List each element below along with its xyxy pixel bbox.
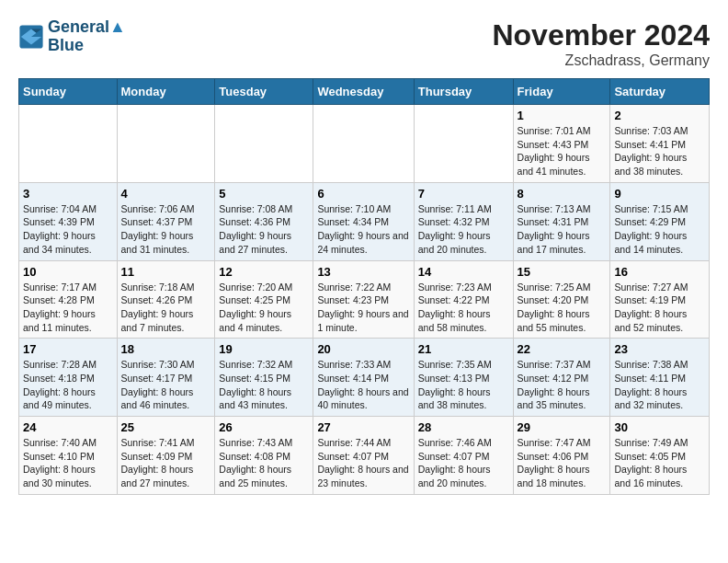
day-info: Sunrise: 7:41 AMSunset: 4:09 PMDaylight:… — [121, 436, 211, 490]
day-info: Sunrise: 7:06 AMSunset: 4:37 PMDaylight:… — [121, 202, 211, 257]
day-number: 6 — [317, 187, 409, 201]
day-info: Sunrise: 7:33 AMSunset: 4:14 PMDaylight:… — [317, 358, 409, 412]
day-info: Sunrise: 7:01 AMSunset: 4:43 PMDaylight:… — [518, 124, 607, 178]
day-number: 26 — [219, 420, 309, 434]
day-number: 30 — [614, 420, 705, 434]
calendar-header-row: SundayMondayTuesdayWednesdayThursdayFrid… — [19, 79, 710, 105]
logo-icon — [18, 24, 44, 50]
day-info: Sunrise: 7:28 AMSunset: 4:18 PMDaylight:… — [23, 358, 113, 412]
day-info: Sunrise: 7:08 AMSunset: 4:36 PMDaylight:… — [219, 202, 309, 257]
day-info: Sunrise: 7:38 AMSunset: 4:11 PMDaylight:… — [614, 358, 705, 412]
day-info: Sunrise: 7:22 AMSunset: 4:23 PMDaylight:… — [317, 281, 409, 335]
day-info: Sunrise: 7:46 AMSunset: 4:07 PMDaylight:… — [418, 436, 509, 490]
calendar-cell: 7Sunrise: 7:11 AMSunset: 4:32 PMDaylight… — [414, 182, 513, 260]
day-number: 29 — [518, 420, 607, 434]
day-number: 22 — [518, 342, 607, 356]
page-header: General▲ Blue November 2024 Zschadrass, … — [18, 18, 710, 69]
calendar-cell: 1Sunrise: 7:01 AMSunset: 4:43 PMDaylight… — [513, 105, 610, 183]
header-tuesday: Tuesday — [215, 79, 313, 105]
calendar-cell: 27Sunrise: 7:44 AMSunset: 4:07 PMDayligh… — [313, 417, 414, 495]
day-number: 21 — [418, 342, 509, 356]
day-info: Sunrise: 7:37 AMSunset: 4:12 PMDaylight:… — [518, 358, 607, 412]
day-number: 14 — [418, 265, 509, 279]
day-number: 24 — [23, 420, 113, 434]
calendar-cell: 3Sunrise: 7:04 AMSunset: 4:39 PMDaylight… — [19, 182, 118, 260]
calendar-cell: 30Sunrise: 7:49 AMSunset: 4:05 PMDayligh… — [610, 417, 710, 495]
day-number: 1 — [518, 109, 607, 122]
month-title: November 2024 — [492, 18, 710, 52]
calendar-cell: 12Sunrise: 7:20 AMSunset: 4:25 PMDayligh… — [215, 260, 313, 339]
day-number: 25 — [121, 420, 211, 434]
calendar-week-row: 3Sunrise: 7:04 AMSunset: 4:39 PMDaylight… — [19, 182, 710, 260]
day-number: 18 — [121, 342, 211, 356]
day-number: 9 — [614, 187, 705, 201]
calendar-cell: 18Sunrise: 7:30 AMSunset: 4:17 PMDayligh… — [117, 339, 215, 417]
day-info: Sunrise: 7:40 AMSunset: 4:10 PMDaylight:… — [23, 436, 113, 490]
day-number: 20 — [317, 342, 409, 356]
day-info: Sunrise: 7:23 AMSunset: 4:22 PMDaylight:… — [418, 281, 509, 335]
calendar-cell: 14Sunrise: 7:23 AMSunset: 4:22 PMDayligh… — [414, 260, 513, 339]
day-number: 12 — [219, 265, 309, 279]
calendar-cell: 26Sunrise: 7:43 AMSunset: 4:08 PMDayligh… — [215, 417, 313, 495]
day-number: 3 — [23, 187, 113, 201]
calendar-week-row: 1Sunrise: 7:01 AMSunset: 4:43 PMDaylight… — [19, 105, 710, 183]
calendar-cell: 29Sunrise: 7:47 AMSunset: 4:06 PMDayligh… — [513, 417, 610, 495]
header-wednesday: Wednesday — [313, 79, 414, 105]
day-info: Sunrise: 7:15 AMSunset: 4:29 PMDaylight:… — [614, 202, 705, 257]
calendar-cell: 19Sunrise: 7:32 AMSunset: 4:15 PMDayligh… — [215, 339, 313, 417]
day-info: Sunrise: 7:47 AMSunset: 4:06 PMDaylight:… — [518, 436, 607, 490]
calendar-cell: 9Sunrise: 7:15 AMSunset: 4:29 PMDaylight… — [610, 182, 710, 260]
calendar-cell: 10Sunrise: 7:17 AMSunset: 4:28 PMDayligh… — [19, 260, 118, 339]
calendar-week-row: 24Sunrise: 7:40 AMSunset: 4:10 PMDayligh… — [19, 417, 710, 495]
calendar-cell: 16Sunrise: 7:27 AMSunset: 4:19 PMDayligh… — [610, 260, 710, 339]
day-info: Sunrise: 7:18 AMSunset: 4:26 PMDaylight:… — [121, 281, 211, 335]
calendar-cell: 15Sunrise: 7:25 AMSunset: 4:20 PMDayligh… — [513, 260, 610, 339]
calendar-cell — [215, 105, 313, 183]
day-info: Sunrise: 7:32 AMSunset: 4:15 PMDaylight:… — [219, 358, 309, 412]
calendar-cell: 24Sunrise: 7:40 AMSunset: 4:10 PMDayligh… — [19, 417, 118, 495]
day-info: Sunrise: 7:27 AMSunset: 4:19 PMDaylight:… — [614, 281, 705, 335]
day-number: 2 — [614, 109, 705, 122]
calendar-week-row: 17Sunrise: 7:28 AMSunset: 4:18 PMDayligh… — [19, 339, 710, 417]
day-info: Sunrise: 7:13 AMSunset: 4:31 PMDaylight:… — [518, 202, 607, 257]
day-info: Sunrise: 7:30 AMSunset: 4:17 PMDaylight:… — [121, 358, 211, 412]
day-info: Sunrise: 7:43 AMSunset: 4:08 PMDaylight:… — [219, 436, 309, 490]
day-info: Sunrise: 7:44 AMSunset: 4:07 PMDaylight:… — [317, 436, 409, 490]
day-info: Sunrise: 7:04 AMSunset: 4:39 PMDaylight:… — [23, 202, 113, 257]
calendar-week-row: 10Sunrise: 7:17 AMSunset: 4:28 PMDayligh… — [19, 260, 710, 339]
calendar-cell: 25Sunrise: 7:41 AMSunset: 4:09 PMDayligh… — [117, 417, 215, 495]
day-number: 8 — [518, 187, 607, 201]
calendar-cell: 11Sunrise: 7:18 AMSunset: 4:26 PMDayligh… — [117, 260, 215, 339]
day-info: Sunrise: 7:17 AMSunset: 4:28 PMDaylight:… — [23, 281, 113, 335]
day-number: 13 — [317, 265, 409, 279]
calendar-cell: 20Sunrise: 7:33 AMSunset: 4:14 PMDayligh… — [313, 339, 414, 417]
day-info: Sunrise: 7:25 AMSunset: 4:20 PMDaylight:… — [518, 281, 607, 335]
calendar-cell: 8Sunrise: 7:13 AMSunset: 4:31 PMDaylight… — [513, 182, 610, 260]
day-number: 15 — [518, 265, 607, 279]
calendar-cell: 13Sunrise: 7:22 AMSunset: 4:23 PMDayligh… — [313, 260, 414, 339]
logo: General▲ Blue — [18, 18, 126, 55]
day-number: 19 — [219, 342, 309, 356]
header-thursday: Thursday — [414, 79, 513, 105]
day-number: 23 — [614, 342, 705, 356]
header-saturday: Saturday — [610, 79, 710, 105]
location-subtitle: Zschadrass, Germany — [492, 52, 710, 69]
calendar-cell — [313, 105, 414, 183]
day-number: 4 — [121, 187, 211, 201]
day-info: Sunrise: 7:49 AMSunset: 4:05 PMDaylight:… — [614, 436, 705, 490]
title-section: November 2024 Zschadrass, Germany — [492, 18, 710, 69]
day-number: 16 — [614, 265, 705, 279]
calendar-table: SundayMondayTuesdayWednesdayThursdayFrid… — [18, 78, 710, 495]
calendar-cell — [117, 105, 215, 183]
day-number: 17 — [23, 342, 113, 356]
header-monday: Monday — [117, 79, 215, 105]
day-number: 27 — [317, 420, 409, 434]
day-number: 7 — [418, 187, 509, 201]
day-info: Sunrise: 7:35 AMSunset: 4:13 PMDaylight:… — [418, 358, 509, 412]
header-sunday: Sunday — [19, 79, 118, 105]
logo-text: General▲ Blue — [48, 18, 126, 55]
calendar-cell: 17Sunrise: 7:28 AMSunset: 4:18 PMDayligh… — [19, 339, 118, 417]
day-number: 11 — [121, 265, 211, 279]
calendar-cell: 23Sunrise: 7:38 AMSunset: 4:11 PMDayligh… — [610, 339, 710, 417]
calendar-cell: 21Sunrise: 7:35 AMSunset: 4:13 PMDayligh… — [414, 339, 513, 417]
